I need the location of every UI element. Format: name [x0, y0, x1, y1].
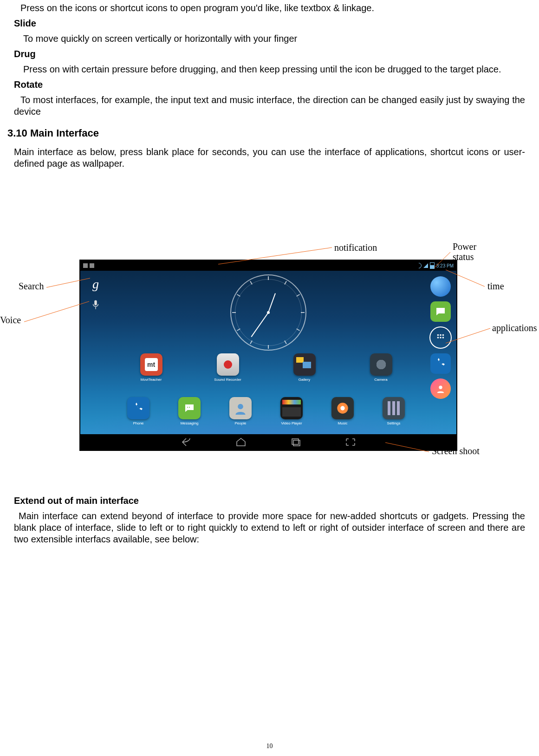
- app-sound-recorder[interactable]: Sound Recorder: [209, 353, 247, 382]
- svg-point-2: [437, 334, 439, 336]
- browser-icon[interactable]: [430, 276, 451, 297]
- annotation-search: Search: [19, 281, 44, 292]
- page-number: 10: [0, 743, 539, 750]
- dock-sidebar: [428, 276, 454, 399]
- svg-point-3: [440, 334, 442, 336]
- svg-point-8: [439, 386, 442, 389]
- app-camera[interactable]: Camera: [363, 353, 400, 382]
- battery-icon: [430, 262, 435, 269]
- app-gallery[interactable]: Gallery: [286, 353, 323, 382]
- screenshot-button[interactable]: [344, 437, 357, 447]
- app-row-1: mtMoviTeacher Sound Recorder Gallery Cam…: [113, 353, 419, 382]
- app-drawer-icon[interactable]: [429, 326, 452, 349]
- heading-drug: Drug: [14, 48, 525, 60]
- annotation-screenshot: Screen shoot: [432, 446, 480, 456]
- paragraph-extend: Main interface can extend beyond of inte…: [14, 510, 525, 545]
- annotation-voice: Voice: [0, 315, 21, 326]
- app-phone[interactable]: Phone: [120, 397, 157, 425]
- svg-point-5: [437, 337, 439, 339]
- annotation-power-status: Powerstatus: [453, 241, 476, 262]
- home-screen[interactable]: g: [80, 271, 456, 434]
- system-nav-bar: [80, 434, 456, 450]
- contacts-icon[interactable]: [430, 378, 451, 399]
- svg-rect-15: [293, 440, 300, 446]
- svg-rect-0: [94, 300, 97, 305]
- annotation-applications: applications: [492, 323, 537, 333]
- status-time: 3:23 PM: [436, 263, 454, 268]
- app-video-player[interactable]: Video Player: [273, 397, 310, 425]
- paragraph-press: Press on the icons or shortcut icons to …: [14, 2, 525, 14]
- home-button[interactable]: [234, 437, 247, 447]
- recent-apps-button[interactable]: [289, 437, 302, 447]
- phone-icon[interactable]: [430, 353, 451, 374]
- app-settings[interactable]: Settings: [375, 397, 412, 425]
- paragraph-slide: To move quickly on screen vertically or …: [14, 33, 525, 45]
- heading-extend: Extend out of main interface: [14, 495, 525, 507]
- heading-main-interface: 3.10 Main Interface: [7, 127, 525, 140]
- app-messaging[interactable]: Messaging: [171, 397, 208, 425]
- signal-icon: [423, 263, 428, 268]
- svg-point-7: [442, 337, 444, 339]
- messaging-icon[interactable]: [430, 301, 451, 322]
- voice-search-icon[interactable]: [91, 300, 101, 310]
- paragraph-main: Main interface as below, press blank pla…: [14, 146, 525, 169]
- annotation-time: time: [487, 281, 504, 292]
- app-music[interactable]: Music: [324, 397, 361, 425]
- status-bar: 3:23 PM: [80, 261, 456, 271]
- google-search-icon[interactable]: g: [90, 278, 102, 290]
- heading-rotate: Rotate: [14, 79, 525, 91]
- app-row-2: Phone Messaging People Video Player Musi…: [113, 397, 419, 425]
- app-people[interactable]: People: [222, 397, 259, 425]
- notification-icon[interactable]: [90, 263, 94, 268]
- back-button[interactable]: [180, 437, 193, 447]
- heading-slide: Slide: [14, 18, 525, 29]
- analog-clock-widget[interactable]: [230, 274, 306, 351]
- wifi-icon: [415, 262, 422, 270]
- paragraph-rotate: To most interfaces, for example, the inp…: [14, 94, 525, 117]
- svg-point-4: [442, 334, 444, 336]
- device-screenshot: 3:23 PM g: [79, 260, 457, 451]
- app-moviteacher[interactable]: mtMoviTeacher: [133, 353, 170, 382]
- notification-icon[interactable]: [83, 263, 88, 268]
- annotation-notification: notification: [334, 242, 377, 253]
- svg-point-10: [189, 407, 190, 408]
- paragraph-drug: Press on with certain pressure before dr…: [14, 64, 525, 75]
- svg-point-9: [187, 407, 188, 408]
- svg-rect-14: [292, 439, 299, 444]
- svg-point-6: [440, 337, 442, 339]
- svg-point-13: [340, 406, 344, 410]
- svg-point-11: [238, 404, 243, 410]
